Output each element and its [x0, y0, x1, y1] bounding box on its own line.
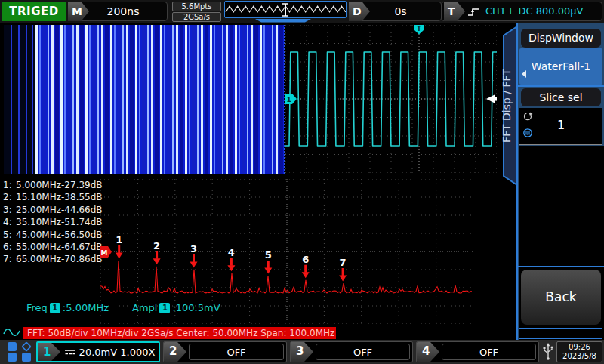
channel-2-settings: OFF [189, 344, 284, 360]
channel-3-button[interactable]: 3 OFF [290, 341, 413, 362]
sample-rate: 2GSa/s [172, 12, 221, 22]
waterfall-stripe [185, 25, 187, 174]
waterfall-stripe [230, 25, 233, 174]
peak-row: 7:65.00MHz-70.86dB [3, 254, 103, 266]
peak-arrow-icon [118, 245, 120, 253]
waveform-overview[interactable] [224, 1, 347, 18]
fft-trace [100, 261, 472, 293]
waterfall-stripe [117, 25, 121, 174]
peak-row: 4:35.10MHz-51.74dB [3, 217, 103, 229]
waterfall-stripe [197, 25, 199, 174]
menu-footer [519, 328, 602, 339]
peak-number: 2 [153, 240, 160, 251]
divider [516, 85, 604, 87]
waterfall-stripe [180, 25, 183, 174]
waterfall-stripe [76, 25, 79, 174]
svg-text:1: 1 [287, 96, 291, 103]
svg-text:M: M [101, 249, 108, 257]
menu-item-waterfall[interactable]: WaterFall-1 [519, 48, 602, 85]
channel-number: 3 [291, 342, 313, 362]
trigger-status: TRIGED [2, 2, 66, 21]
peak-freq: 65.00MHz [16, 254, 61, 264]
peak-arrow-icon [339, 275, 347, 281]
waterfall-stripe [155, 25, 159, 174]
peak-arrow-icon [153, 258, 161, 264]
peak-number: 6 [302, 254, 309, 265]
waterfall-stripe [97, 25, 99, 174]
peak-freq: 45.00MHz [16, 230, 61, 240]
waterfall-stripe [151, 25, 153, 174]
ampl-label: Ampl [132, 302, 157, 313]
channel-2-button[interactable]: 2 OFF [163, 341, 287, 362]
fft-status-bar: FFT: 50dB/div 10MHz/div 2GSa/s Center: 5… [23, 327, 336, 339]
channel-number: 2 [164, 342, 186, 362]
channel-4-settings: OFF [442, 344, 536, 360]
waterfall-stripe [122, 25, 124, 174]
peak-row: 1:5.000MHz-27.39dB [3, 180, 103, 192]
divider [516, 266, 604, 267]
peak-row: 2:15.10MHz-38.55dB [3, 192, 103, 204]
waterfall-stripe [205, 25, 208, 174]
dc-coupling-icon [64, 348, 76, 356]
channel-value: 20.0mV 1.000X [79, 347, 156, 358]
svg-text:T: T [417, 26, 421, 32]
channel-1-settings: 20.0mV 1.000X [60, 343, 159, 361]
channel-value: OFF [226, 347, 245, 358]
peak-row: 6:55.00MHz-64.67dB [3, 242, 103, 254]
waterfall-stripe [89, 25, 91, 174]
waterfall-stripe [189, 25, 190, 174]
peak-arrow-icon [302, 272, 310, 278]
delay-value[interactable]: 0s [359, 2, 442, 21]
trigger-settings[interactable]: CH1 E DC 800.00μV [441, 2, 602, 21]
channel-number: 1 [38, 343, 60, 361]
peak-freq: 25.00MHz [16, 205, 61, 215]
peak-number: 3 [190, 243, 197, 254]
peak-freq: 5.000MHz [16, 180, 61, 190]
ampl-value: :100.5mV [172, 302, 220, 313]
channel-4-button[interactable]: 4 OFF [416, 341, 539, 362]
waterfall-stripe [64, 25, 66, 174]
waterfall-stripe [147, 25, 149, 174]
channel-value: OFF [479, 347, 498, 358]
menu-item-slice[interactable]: 1 [519, 108, 602, 145]
timebase-value[interactable]: 200ns [79, 2, 168, 21]
overview-window-indicator[interactable] [254, 19, 312, 23]
freq-value: :5.00MHz [63, 302, 109, 313]
waterfall-stripe [164, 25, 165, 174]
memory-depth: 5.6Mpts [172, 2, 221, 11]
channel-badge: 1 [50, 303, 60, 313]
waterfall-display[interactable] [4, 25, 284, 174]
waterfall-stripe [272, 25, 273, 174]
left-pointer-icon [522, 70, 526, 78]
waterfall-stripe [105, 25, 109, 174]
peak-arrow-icon [304, 265, 307, 273]
waterfall-line [11, 25, 12, 174]
waterfall-stripe [142, 25, 146, 174]
freq-label: Freq [26, 302, 48, 313]
fft-tab[interactable]: FFT Disp / FFT [492, 26, 518, 186]
channel-number: 4 [417, 342, 439, 362]
date: 2023/5/8 [557, 352, 602, 362]
channel-1-button[interactable]: 1 20.0mV 1.000X [36, 341, 160, 362]
peak-arrow-icon [267, 261, 270, 268]
waterfall-stripe [101, 25, 103, 174]
peak-index: 4: [3, 217, 16, 227]
waterfall-stripe [217, 25, 220, 174]
waterfall-stripe [160, 25, 162, 174]
waterfall-stripe [247, 25, 248, 174]
peak-index: 3: [3, 205, 16, 215]
peak-number: 1 [116, 234, 122, 245]
waterfall-line [18, 25, 20, 174]
slice-value: 1 [519, 118, 602, 132]
menu-label-dispwindow: DispWindow [521, 29, 601, 48]
waterfall-stripe [260, 25, 262, 174]
peak-arrow-icon [156, 251, 158, 259]
app-menu-icon[interactable] [6, 342, 33, 362]
ampl-readout: Ampl1:100.5mV [132, 302, 220, 313]
channel-badge: 1 [159, 303, 170, 313]
waterfall-stripe [80, 25, 84, 174]
peak-index: 1: [3, 180, 16, 190]
waveform-display[interactable]: T1 [285, 25, 497, 174]
channel-value: OFF [353, 347, 372, 358]
back-button[interactable]: Back [521, 270, 601, 325]
